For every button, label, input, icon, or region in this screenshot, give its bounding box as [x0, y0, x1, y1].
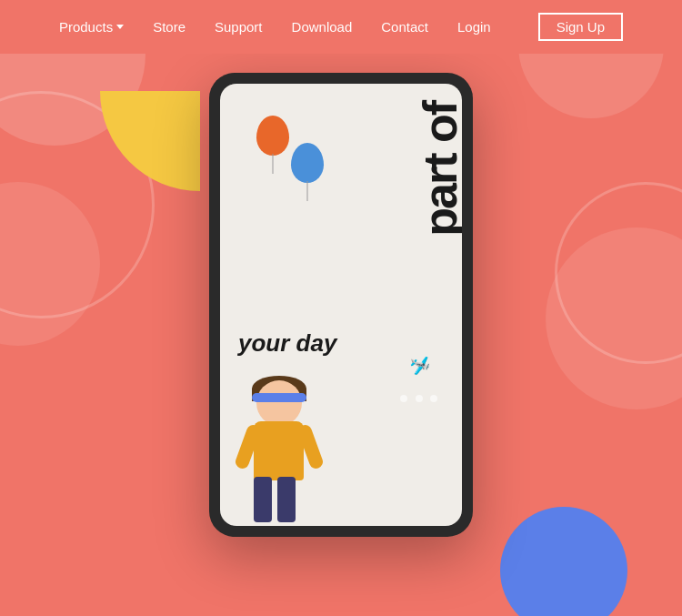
- bg-circle-bottom-right: [500, 507, 627, 616]
- signup-button[interactable]: Sign Up: [538, 13, 623, 41]
- boy-leg-left: [254, 477, 272, 522]
- boy-body: [254, 421, 304, 480]
- boy-leg-right: [277, 477, 296, 522]
- balloon-blue: [291, 143, 324, 183]
- nav-download[interactable]: Download: [292, 19, 353, 35]
- nav-support[interactable]: Support: [215, 19, 263, 35]
- boy-head: [256, 380, 302, 426]
- orange-balloon-shape: [256, 116, 289, 156]
- tablet-screen: part of your day 🛩️: [220, 84, 462, 526]
- vertical-text: part of: [416, 102, 462, 237]
- nav-contact[interactable]: Contact: [381, 19, 428, 35]
- dot-1: [400, 395, 407, 402]
- tablet-mockup: part of your day 🛩️: [209, 73, 473, 537]
- decorative-dots: [398, 391, 439, 408]
- airplane-icon: 🛩️: [408, 354, 431, 377]
- dot-3: [430, 395, 437, 402]
- nav-store[interactable]: Store: [153, 19, 186, 35]
- dot-2: [416, 395, 423, 402]
- chevron-down-icon: [116, 25, 124, 29]
- nav-login[interactable]: Login: [457, 19, 491, 35]
- boy-headband: [252, 393, 306, 402]
- tablet-frame: part of your day 🛩️: [209, 73, 473, 537]
- nav-products[interactable]: Products: [59, 19, 124, 35]
- your-day-text: your day: [238, 329, 336, 358]
- balloon-orange: [256, 116, 289, 156]
- main-nav: Products Store Support Download Contact …: [0, 0, 682, 54]
- boy-character: [234, 380, 325, 526]
- boy-legs: [254, 477, 296, 522]
- blue-balloon-shape: [291, 143, 324, 183]
